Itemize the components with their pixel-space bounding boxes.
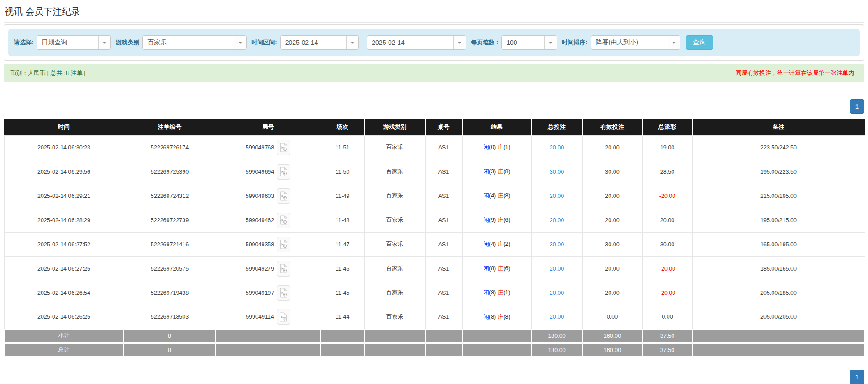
filter-panel: 请选择: 日期查询 游戏类别 百家乐 时间区间: 2025-02-14 ~ 20… xyxy=(4,24,864,61)
result-cell: 闲(8) 庄(8) xyxy=(462,305,531,329)
banker-count: (1) xyxy=(503,289,510,296)
page-button-1[interactable]: 1 xyxy=(850,370,864,384)
time-sort-label: 时间排序: xyxy=(562,38,587,47)
valid-bet-cell: 20.00 xyxy=(582,184,642,208)
time-range-label: 时间区间: xyxy=(251,38,277,47)
video-icon xyxy=(280,143,288,152)
grand-total-row: 总计 8 180.00 160.00 37.50 xyxy=(4,343,865,357)
range-separator: ~ xyxy=(361,39,365,46)
video-replay-button[interactable] xyxy=(277,164,290,180)
time-cell: 2025-02-14 06:29:21 xyxy=(4,184,124,208)
valid-bet-notice-text: 同局有效投注，统一计算在该局第一张注单内 xyxy=(736,69,858,77)
search-button[interactable]: 查询 xyxy=(686,35,713,50)
time-sort-value: 降幂(由大到小) xyxy=(591,38,668,47)
banker-label: 庄 xyxy=(498,241,504,247)
banker-label: 庄 xyxy=(498,265,504,272)
date-to-select[interactable]: 2025-02-14 xyxy=(367,35,466,50)
chevron-down-icon[interactable] xyxy=(544,36,557,49)
table-header-row: 时间 注单编号 局号 场次 游戏类别 桌号 结果 总投注 有效投注 总派彩 备注 xyxy=(4,119,865,135)
table-no-cell: AS1 xyxy=(425,256,462,281)
time-cell: 2025-02-14 06:27:25 xyxy=(4,256,124,281)
total-bet-link[interactable]: 20.00 xyxy=(550,193,564,199)
video-replay-button[interactable] xyxy=(277,309,290,325)
date-from-select[interactable]: 2025-02-14 xyxy=(280,35,359,50)
empty-cell xyxy=(216,329,321,343)
player-count: (8) xyxy=(489,265,496,272)
game-type-cell: 百家乐 xyxy=(364,232,425,256)
result-cell: 闲(8) 庄(6) xyxy=(462,256,531,281)
page-button-1[interactable]: 1 xyxy=(850,99,864,114)
player-count: (8) xyxy=(489,289,496,296)
player-label: 闲 xyxy=(483,168,489,175)
empty-cell xyxy=(364,329,425,343)
table-row: 2025-02-14 06:28:29 522269722739 5990494… xyxy=(4,208,865,232)
bet-id-cell: 522269721416 xyxy=(124,232,216,256)
video-replay-button[interactable] xyxy=(277,261,290,277)
bet-id-cell: 522269719438 xyxy=(124,281,216,305)
remark-cell: 165.00/195.00 xyxy=(692,232,865,256)
result-cell: 闲(3) 庄(8) xyxy=(462,160,531,184)
query-type-select[interactable]: 日期查询 xyxy=(37,35,111,50)
round-cell: 599049603 xyxy=(216,184,321,208)
player-label: 闲 xyxy=(483,192,489,199)
game-type-cell: 百家乐 xyxy=(364,184,425,208)
summary-bar: 币别：人民币 | 总共 :8 注单 | 同局有效投注，统一计算在该局第一张注单内 xyxy=(4,64,864,82)
subtotal-total-bet: 180.00 xyxy=(531,329,582,343)
total-bet-link[interactable]: 30.00 xyxy=(550,169,564,175)
total-bet-link[interactable]: 30.00 xyxy=(550,241,564,248)
round-number: 599049768 xyxy=(246,144,274,151)
banker-count: (6) xyxy=(503,217,510,223)
chevron-down-icon[interactable] xyxy=(98,36,110,49)
payout-cell: 0.00 xyxy=(642,305,692,329)
grand-total-valid-bet: 160.00 xyxy=(582,343,642,357)
chevron-down-icon[interactable] xyxy=(453,36,466,49)
video-replay-button[interactable] xyxy=(277,237,290,252)
total-bet-link[interactable]: 20.00 xyxy=(550,217,564,224)
table-no-cell: AS1 xyxy=(425,305,462,329)
video-icon xyxy=(280,167,288,176)
round-number: 599049358 xyxy=(246,241,274,248)
video-replay-button[interactable] xyxy=(277,140,290,155)
result-cell: 闲(8) 庄(1) xyxy=(462,281,531,305)
time-cell: 2025-02-14 06:26:54 xyxy=(4,281,124,305)
payout-cell: 30.00 xyxy=(642,232,692,256)
video-replay-button[interactable] xyxy=(277,285,290,301)
banker-label: 庄 xyxy=(498,168,504,175)
empty-cell xyxy=(321,343,364,357)
session-cell: 11-44 xyxy=(321,305,364,329)
game-type-cell: 百家乐 xyxy=(364,256,425,281)
round-number: 599049462 xyxy=(246,217,274,224)
round-number: 599049279 xyxy=(246,266,274,272)
subtotal-count: 8 xyxy=(124,329,216,343)
total-bet-link[interactable]: 20.00 xyxy=(550,314,564,320)
remark-cell: 195.00/215.00 xyxy=(692,208,865,232)
total-bet-link[interactable]: 20.00 xyxy=(550,266,564,272)
query-type-value: 日期查询 xyxy=(37,38,98,47)
filter-bar: 请选择: 日期查询 游戏类别 百家乐 时间区间: 2025-02-14 ~ 20… xyxy=(8,29,860,56)
result-cell: 闲(4) 庄(2) xyxy=(462,232,531,256)
remark-cell: 215.00/195.00 xyxy=(692,184,865,208)
empty-cell xyxy=(364,343,425,357)
video-icon xyxy=(279,312,287,322)
round-cell: 599049279 xyxy=(216,256,321,281)
table-row: 2025-02-14 06:27:52 522269721416 5990493… xyxy=(4,232,865,256)
chevron-down-icon[interactable] xyxy=(668,36,680,49)
total-bet-cell: 20.00 xyxy=(531,208,582,232)
empty-cell xyxy=(462,343,531,357)
player-count: (0) xyxy=(489,144,496,150)
page-size-label: 每页笔数 : xyxy=(471,38,498,47)
session-cell: 11-50 xyxy=(321,160,364,184)
round-number: 599049603 xyxy=(246,193,274,199)
video-replay-button[interactable] xyxy=(277,188,290,204)
chevron-down-icon[interactable] xyxy=(346,36,358,49)
video-replay-button[interactable] xyxy=(277,213,290,228)
total-bet-link[interactable]: 20.00 xyxy=(550,290,564,296)
valid-bet-cell: 20.00 xyxy=(582,256,642,281)
game-type-select[interactable]: 百家乐 xyxy=(142,35,247,50)
subtotal-label: 小计 xyxy=(4,329,124,343)
page-size-select[interactable]: 100 xyxy=(501,35,557,50)
chevron-down-icon[interactable] xyxy=(234,36,246,49)
time-sort-select[interactable]: 降幂(由大到小) xyxy=(591,35,680,50)
total-bet-link[interactable]: 20.00 xyxy=(550,144,564,151)
player-count: (3) xyxy=(489,168,496,175)
